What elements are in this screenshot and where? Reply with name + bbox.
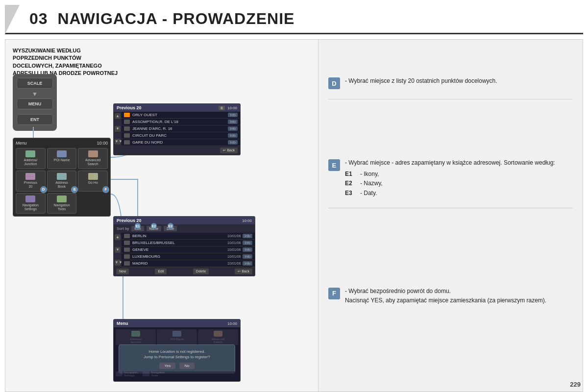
scroll-bottom[interactable]: ▼▼ [115,260,121,266]
badge-e1: E1 [135,223,141,229]
device-mockup: SCALE ▼ MENU ENT [13,74,57,131]
dialog-box: Home Location is not registered.Jump to … [119,344,235,373]
screen1-previous20: Previous 20 B 10:00 ▲ ▼ ▼▼ ORLY OUEST In… [113,103,241,155]
list-item[interactable]: CIRCUIT DU PARC Info [122,132,240,139]
screen2-scroll: ▲ ▼ ▼▼ [114,233,122,267]
menu-item-advanced[interactable]: AdvancedSearch [78,148,108,169]
list-item-info[interactable]: Info [228,133,238,138]
info-text-f: - Wybrać bezpośrednio powrót do domu. Na… [345,287,546,305]
screen3-title: Menu [117,321,128,326]
list-item[interactable]: GARE DU NORD Info [122,139,240,146]
list-item[interactable]: JEANNE D'ARC, R. 16 Info [122,125,240,132]
letter-d: D [328,77,340,89]
badge-d: D [40,186,47,193]
screen1-scroll: ▲ ▼ ▼▼ [114,112,122,146]
right-panel: D - Wybrać miejsce z listy 20 ostatnich … [318,40,583,392]
sub-text-e2: - Nazwy, [360,179,383,188]
menu-item-addressbook[interactable]: AddressBook E [47,171,77,192]
menu-item-address[interactable]: Address/Junction [16,148,46,169]
list-item-info[interactable]: Info [243,261,252,266]
screen3-time: 10:00 [227,321,237,326]
new-btn[interactable]: New [116,269,129,274]
list-item[interactable]: BERLIN 10/01/06 Info [122,233,255,240]
delete-btn[interactable]: Delete [193,269,209,274]
info-text-d: - Wybrać miejsce z listy 20 ostatnich pu… [345,76,497,89]
scale-button[interactable]: SCALE [17,78,53,89]
letter-e: E [328,159,340,171]
list-item-icon [124,241,130,245]
list-item[interactable]: BRUXELLES/BRUSSEL 10/01/06 Info [122,240,255,246]
list-item-text: BRUXELLES/BRUSSEL [132,241,227,245]
yes-button[interactable]: Yes [159,363,175,369]
list-item-icon [124,261,130,266]
sortbar: Sort by E1 Icon E2 Name E3 Date [114,224,255,233]
ent-button[interactable]: ENT [17,114,53,125]
screen3-header: Menu 10:00 [114,319,240,327]
list-item-text: GENEVE [132,247,227,252]
edit-btn[interactable]: Edit [155,269,167,274]
list-item-icon [124,133,130,138]
list-item-info[interactable]: Info [228,140,238,145]
menu-item-goho[interactable]: Go Ho F [78,171,108,192]
poi-icon [57,150,67,157]
list-item-info[interactable]: Info [228,120,238,124]
list-item-text: ASSOMPTION,R. DE L'18 [132,120,228,124]
menu-item-poi[interactable]: POI Name [47,148,77,169]
menu-button[interactable]: MENU [17,98,53,109]
list-item[interactable]: LUXEMBOURG 10/01/06 Info [122,253,255,260]
back-btn[interactable]: ↩ Back [235,269,252,274]
list-item-info[interactable]: Info [243,254,252,259]
page-header: 03 NAWIGACJA - PROWADZENIE [5,5,583,34]
list-item-info[interactable]: Info [228,113,238,117]
list-item[interactable]: ORLY OUEST Info [122,112,240,119]
sub-letter-e3: E3 [345,189,357,198]
list-item-icon [124,120,130,124]
badge-f: F [102,186,109,193]
addressbook-icon [57,173,67,180]
dialog-buttons: Yes No [123,363,231,369]
menu-grid: Address/Junction POI Name AdvancedSearch… [16,148,108,214]
sort-icon-tab[interactable]: E1 Icon [131,226,144,231]
screen3-item: AdvancedSearch [198,329,238,345]
list-item[interactable]: GENEVE 10/01/06 Info [122,246,255,253]
sort-date-tab[interactable]: E3 Date [164,226,177,231]
separator [328,208,573,208]
list-item[interactable]: MADRID 10/01/06 Info [122,260,255,267]
list-item[interactable]: ASSOMPTION,R. DE L'18 Info [122,119,240,125]
scroll-down[interactable]: ▼ [115,247,121,253]
screen1-topbar: Previous 20 B 10:00 [114,104,240,112]
list-item-date: 10/01/06 [227,248,241,251]
list-item-icon [124,234,130,238]
list-item-date: 10/01/06 [227,262,241,265]
info-section-f: F - Wybrać bezpośrednio powrót do domu. … [328,287,573,305]
sort-name-tab[interactable]: E2 Name [147,226,162,231]
list-item-text: CIRCUIT DU PARC [132,133,228,138]
screen3-address-icon [131,331,140,337]
screen1-list: ORLY OUEST Info ASSOMPTION,R. DE L'18 In… [122,112,240,146]
screen3-item-label: Address/Junction [117,338,154,343]
no-button[interactable]: No [179,363,194,369]
list-item-info[interactable]: Info [243,247,252,252]
badge-e: E [71,186,78,193]
screen2-topbar: Previous 20 10:00 [114,217,255,224]
scroll-down[interactable]: ▼ [115,126,121,132]
info-sub-e: E1 - Ikony, E2 - Nazwy, E3 - Daty. [345,170,555,198]
list-item-info[interactable]: Info [243,241,252,245]
menu-item-navtools[interactable]: NavigationTools [47,193,77,214]
list-item-info[interactable]: Info [228,126,238,131]
screen2-title: Previous 20 [117,218,142,223]
dialog-text: Home Location is not registered.Jump to … [123,349,231,360]
scroll-up[interactable]: ▲ [115,234,121,240]
badge-e2: E2 [151,223,157,229]
screen1-back-btn[interactable]: ↩ Back [220,147,238,153]
screen1-time: 10:00 [227,106,237,110]
scroll-up[interactable]: ▲ [115,113,121,119]
menu-header: Menu 10:00 [16,141,108,146]
screen2-body: ▲ ▼ ▼▼ BERLIN 10/01/06 Info BRUXELLES/BR… [114,233,255,267]
menu-item-previous20[interactable]: Previous20 D [16,171,46,192]
sub-letter-e1: E1 [345,170,357,179]
list-item-icon [124,140,130,145]
list-item-info[interactable]: Info [243,234,252,238]
scroll-bottom[interactable]: ▼▼ [115,139,121,145]
menu-item-navsettings[interactable]: NavigationSettings [16,193,46,214]
